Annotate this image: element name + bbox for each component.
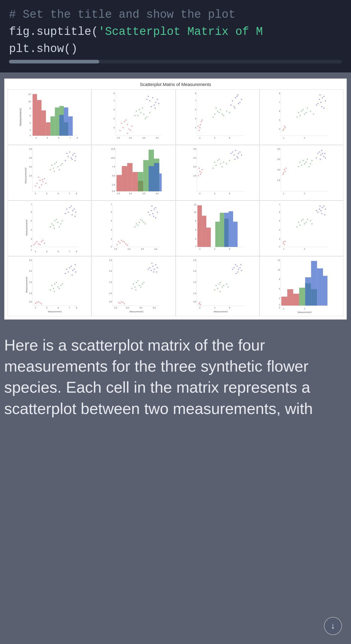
svg-text:×: × xyxy=(320,101,322,104)
svg-text:×: × xyxy=(199,303,201,306)
svg-text:1.0: 1.0 xyxy=(109,292,112,294)
svg-text:×: × xyxy=(137,224,139,227)
svg-text:×: × xyxy=(226,110,227,112)
svg-text:7: 7 xyxy=(69,250,70,253)
svg-text:×: × xyxy=(307,218,308,221)
svg-text:5: 5 xyxy=(46,250,48,253)
svg-text:×: × xyxy=(310,219,311,222)
svg-text:7: 7 xyxy=(69,307,70,309)
svg-text:Measurement4: Measurement4 xyxy=(297,311,311,313)
svg-text:6: 6 xyxy=(31,211,32,213)
svg-text:2.5: 2.5 xyxy=(117,137,120,139)
svg-rect-25 xyxy=(68,116,73,136)
svg-text:10.0: 10.0 xyxy=(111,157,115,159)
svg-text:6: 6 xyxy=(57,192,59,195)
svg-text:×: × xyxy=(235,263,236,266)
svg-text:×: × xyxy=(198,167,200,170)
svg-text:2.5: 2.5 xyxy=(112,184,115,186)
scatter-m3-m1: 7 6 5 4 3 2 1 4 5 6 7 8 Measurement3 xyxy=(8,201,91,256)
scatter-m1-m2: 8 7 6 5 4 2.5 3.0 3.5 4.0 × × × × xyxy=(92,90,175,145)
horizontal-scrollbar-track[interactable] xyxy=(9,60,342,63)
svg-text:×: × xyxy=(39,179,41,182)
svg-text:×: × xyxy=(201,119,203,121)
svg-text:6: 6 xyxy=(229,192,230,195)
svg-text:×: × xyxy=(41,183,42,186)
svg-text:×: × xyxy=(134,286,136,288)
cell-1-3: 8 7 6 5 4 2 4 6 × × × × × xyxy=(176,89,260,145)
svg-text:2: 2 xyxy=(304,248,305,250)
svg-text:×: × xyxy=(299,114,301,117)
cell-3-2: 7 6 5 4 3 2 2.5 3.0 3.5 4.0 × × × xyxy=(91,201,175,256)
svg-text:×: × xyxy=(316,157,317,159)
svg-text:7: 7 xyxy=(279,101,280,103)
svg-text:×: × xyxy=(305,161,307,164)
svg-text:5: 5 xyxy=(114,118,115,120)
svg-text:3.0: 3.0 xyxy=(129,192,132,195)
svg-text:×: × xyxy=(44,177,45,180)
svg-text:×: × xyxy=(311,159,313,162)
svg-text:×: × xyxy=(232,100,233,102)
svg-text:×: × xyxy=(305,221,307,224)
svg-text:×: × xyxy=(35,242,36,244)
svg-text:×: × xyxy=(134,114,136,117)
svg-text:×: × xyxy=(155,263,157,266)
svg-text:×: × xyxy=(310,162,311,165)
scatter-m1-m4: 8 7 6 5 4 1 2 × × × × × xyxy=(260,90,343,145)
scroll-to-bottom-button[interactable]: ↓ xyxy=(324,617,342,635)
svg-text:×: × xyxy=(127,123,128,126)
scatter-m3-m4: 7 6 5 4 3 2 1 2 × × × × × xyxy=(260,201,343,256)
svg-rect-23 xyxy=(59,115,64,136)
svg-text:×: × xyxy=(241,98,242,101)
svg-text:3: 3 xyxy=(111,238,112,240)
svg-text:×: × xyxy=(237,94,239,96)
svg-text:12.5: 12.5 xyxy=(111,148,115,150)
svg-text:×: × xyxy=(316,209,317,212)
svg-text:×: × xyxy=(234,107,236,109)
svg-text:×: × xyxy=(230,152,232,155)
svg-text:10: 10 xyxy=(194,211,196,213)
svg-rect-15 xyxy=(32,94,37,136)
svg-text:×: × xyxy=(62,219,63,222)
svg-text:×: × xyxy=(54,227,55,230)
scatter-m2-m1: 4.0 3.5 3.0 2.5 4 5 6 7 8 Measurement2 ×… xyxy=(8,145,91,200)
svg-text:5.0: 5.0 xyxy=(112,175,115,177)
svg-text:×: × xyxy=(71,205,72,207)
svg-text:×: × xyxy=(157,266,158,269)
svg-text:×: × xyxy=(56,281,57,284)
cell-4-2: 2.5 2.0 1.5 1.0 0.5 2.5 3.0 3.5 4.0 Meas… xyxy=(91,256,175,316)
svg-text:5: 5 xyxy=(46,192,48,195)
histogram-m1: Measurement1 12 10 8 6 4 2 0 xyxy=(8,90,91,145)
svg-text:×: × xyxy=(215,164,217,167)
horizontal-scrollbar-thumb[interactable] xyxy=(9,60,99,63)
svg-text:×: × xyxy=(74,263,76,266)
svg-text:6: 6 xyxy=(279,110,280,112)
svg-text:×: × xyxy=(320,209,322,212)
svg-text:×: × xyxy=(199,126,200,129)
svg-text:×: × xyxy=(68,155,69,158)
svg-text:6: 6 xyxy=(229,137,230,139)
svg-text:2.5: 2.5 xyxy=(114,248,117,250)
svg-text:×: × xyxy=(57,165,59,168)
svg-text:×: × xyxy=(154,104,155,106)
svg-text:×: × xyxy=(215,107,217,109)
svg-text:×: × xyxy=(53,167,54,170)
svg-text:×: × xyxy=(152,212,154,215)
svg-text:12: 12 xyxy=(278,259,280,261)
svg-text:×: × xyxy=(240,263,242,266)
svg-text:×: × xyxy=(119,242,121,244)
svg-text:×: × xyxy=(298,165,299,168)
svg-text:×: × xyxy=(302,108,304,111)
svg-text:3.5: 3.5 xyxy=(140,307,143,309)
svg-text:×: × xyxy=(156,271,158,273)
svg-text:×: × xyxy=(223,284,224,287)
cell-1-1: Measurement1 12 10 8 6 4 2 0 xyxy=(8,89,91,145)
svg-text:4: 4 xyxy=(35,250,36,253)
svg-text:4.0: 4.0 xyxy=(156,192,159,195)
svg-text:1: 1 xyxy=(283,192,284,195)
svg-text:2: 2 xyxy=(304,192,305,195)
svg-text:×: × xyxy=(145,117,146,120)
svg-text:4: 4 xyxy=(114,127,115,129)
svg-text:×: × xyxy=(158,102,160,105)
scatter-m4-m2: 2.5 2.0 1.5 1.0 0.5 2.5 3.0 3.5 4.0 Meas… xyxy=(92,256,175,316)
svg-rect-530 xyxy=(299,288,305,305)
